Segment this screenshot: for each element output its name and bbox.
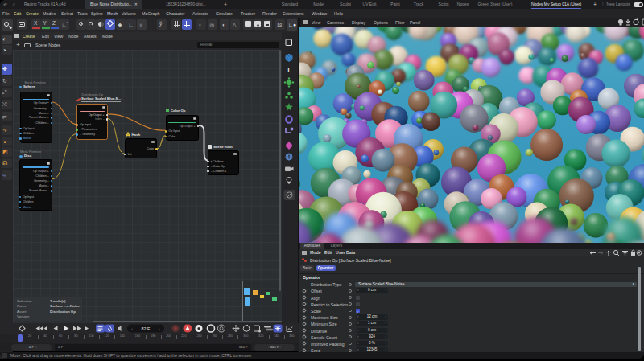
svg-text:82 F: 82 F — [142, 326, 151, 331]
svg-text:T: T — [287, 66, 291, 73]
